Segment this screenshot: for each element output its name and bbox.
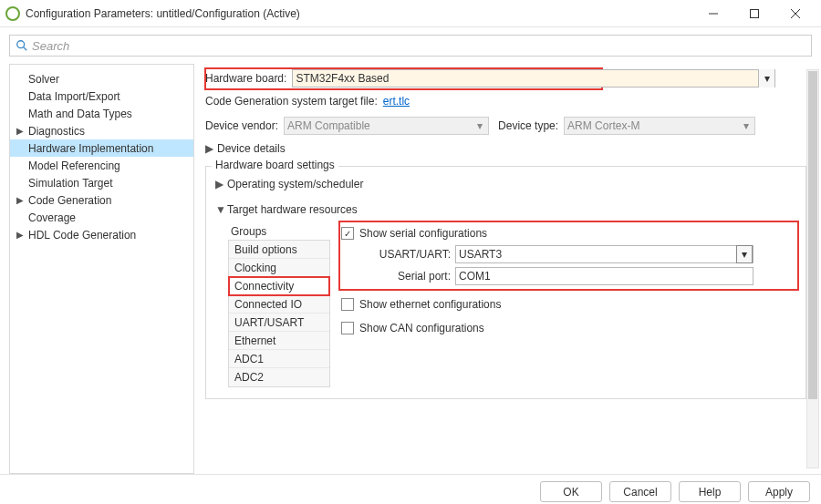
body: Solver Data Import/Export Math and Data … xyxy=(0,64,821,474)
group-item-connectivity[interactable]: Connectivity xyxy=(229,277,329,295)
footer: OK Cancel Help Apply xyxy=(0,474,821,504)
groups-panel: Groups Build options Clocking Connectivi… xyxy=(228,223,330,387)
window-title: Configuration Parameters: untitled/Confi… xyxy=(26,7,692,20)
close-button[interactable] xyxy=(774,1,816,26)
group-item-connected-io[interactable]: Connected IO xyxy=(229,295,329,314)
show-ethernet-checkbox[interactable] xyxy=(341,298,354,311)
sidebar-item-label: Simulation Target xyxy=(28,177,113,190)
chevron-down-icon: ▾ xyxy=(472,117,488,135)
vertical-scrollbar[interactable] xyxy=(806,69,819,468)
group-item-build-options[interactable]: Build options xyxy=(229,241,329,259)
sidebar-item-coverage[interactable]: Coverage xyxy=(10,209,193,226)
sidebar-item-code-generation[interactable]: ▶Code Generation xyxy=(10,191,193,209)
sidebar-item-math-data-types[interactable]: Math and Data Types xyxy=(10,105,193,122)
serial-port-row: Serial port: COM1 xyxy=(341,265,796,287)
cancel-label: Cancel xyxy=(623,486,657,499)
svg-rect-1 xyxy=(750,9,758,17)
scroll-thumb[interactable] xyxy=(808,71,817,399)
maximize-button[interactable] xyxy=(733,1,774,26)
search-box[interactable] xyxy=(9,35,812,57)
help-button[interactable]: Help xyxy=(679,481,741,502)
svg-point-4 xyxy=(17,41,25,48)
device-vendor-select: ARM Compatible ▾ xyxy=(284,117,489,135)
device-vendor-label: Device vendor: xyxy=(205,119,278,132)
group-item-ethernet[interactable]: Ethernet xyxy=(229,332,329,350)
chevron-right-icon: ▶ xyxy=(215,178,224,190)
chevron-down-icon: ▾ xyxy=(758,69,774,87)
show-ethernet-row: Show ethernet configurations xyxy=(341,294,796,314)
search-icon xyxy=(16,39,28,52)
chevron-right-icon: ▶ xyxy=(205,142,214,155)
hb-settings-legend: Hardware board settings xyxy=(212,159,338,171)
sidebar-item-label: Math and Data Types xyxy=(28,108,132,120)
sidebar-item-model-referencing[interactable]: Model Referencing xyxy=(10,157,193,174)
group-item-label: UART/USART xyxy=(234,316,304,329)
show-can-checkbox[interactable] xyxy=(341,322,354,334)
hardware-board-settings: Hardware board settings ▶ Operating syst… xyxy=(205,166,806,399)
chevron-down-icon: ▾ xyxy=(736,245,753,263)
sidebar: Solver Data Import/Export Math and Data … xyxy=(9,64,194,474)
sidebar-item-hdl-code-generation[interactable]: ▶HDL Code Generation xyxy=(10,226,193,243)
sidebar-item-label: Data Import/Export xyxy=(28,90,120,103)
chevron-down-icon: ▾ xyxy=(738,117,754,135)
sidebar-item-label: Diagnostics xyxy=(28,125,85,138)
group-item-adc2[interactable]: ADC2 xyxy=(229,368,329,386)
show-serial-row: Show serial configurations xyxy=(341,223,796,243)
target-hw-label: Target hardware resources xyxy=(227,203,358,216)
apply-label: Apply xyxy=(765,486,793,499)
groups-list: Build options Clocking Connectivity Conn… xyxy=(228,240,330,387)
group-detail-panel: Show serial configurations USART/UART: U… xyxy=(341,223,796,387)
usart-value: USART3 xyxy=(459,248,502,261)
code-gen-target-row: Code Generation system target file: ert.… xyxy=(205,95,806,108)
device-vendor-value: ARM Compatible xyxy=(287,119,370,132)
chevron-right-icon: ▶ xyxy=(16,230,24,240)
sidebar-item-label: Code Generation xyxy=(28,194,111,207)
group-item-uart-usart[interactable]: UART/USART xyxy=(229,314,329,332)
sidebar-item-data-import-export[interactable]: Data Import/Export xyxy=(10,87,193,105)
hardware-board-select[interactable]: STM32F4xx Based ▾ xyxy=(292,69,775,87)
minimize-button[interactable] xyxy=(692,1,733,26)
show-ethernet-label: Show ethernet configurations xyxy=(359,298,501,311)
titlebar: Configuration Parameters: untitled/Confi… xyxy=(0,0,821,27)
target-hw-body: Groups Build options Clocking Connectivi… xyxy=(215,223,796,387)
serial-port-input[interactable]: COM1 xyxy=(455,267,753,285)
sidebar-item-solver[interactable]: Solver xyxy=(10,70,193,87)
group-item-clocking[interactable]: Clocking xyxy=(229,259,329,277)
sidebar-item-diagnostics[interactable]: ▶Diagnostics xyxy=(10,122,193,139)
chevron-right-icon: ▶ xyxy=(16,195,24,205)
show-serial-label: Show serial configurations xyxy=(359,227,487,240)
serial-port-label: Serial port: xyxy=(359,270,451,283)
group-item-label: Clocking xyxy=(234,262,276,274)
usart-select[interactable]: USART3 ▾ xyxy=(455,245,753,263)
os-scheduler-label: Operating system/scheduler xyxy=(227,178,363,190)
device-vendor-type-row: Device vendor: ARM Compatible ▾ Device t… xyxy=(205,117,806,135)
sidebar-item-label: Hardware Implementation xyxy=(28,142,153,155)
group-item-label: ADC2 xyxy=(234,371,264,384)
svg-line-5 xyxy=(24,47,27,51)
show-serial-checkbox[interactable] xyxy=(341,227,354,240)
hardware-board-row: Hardware board: STM32F4xx Based ▾ xyxy=(205,69,806,87)
usart-row: USART/UART: USART3 ▾ xyxy=(341,243,796,265)
group-item-label: ADC1 xyxy=(234,353,264,365)
group-item-label: Connected IO xyxy=(234,298,302,311)
apply-button[interactable]: Apply xyxy=(748,481,810,502)
sidebar-item-label: Model Referencing xyxy=(28,159,120,172)
cancel-button[interactable]: Cancel xyxy=(609,481,671,502)
ok-label: OK xyxy=(563,486,578,499)
group-item-adc1[interactable]: ADC1 xyxy=(229,350,329,368)
main-panel: Hardware board: STM32F4xx Based ▾ Code G… xyxy=(194,64,821,474)
help-label: Help xyxy=(699,486,722,499)
code-gen-target-link[interactable]: ert.tlc xyxy=(383,95,410,108)
device-type-label: Device type: xyxy=(498,119,558,132)
target-hw-toggle[interactable]: ▼ Target hardware resources xyxy=(215,203,796,216)
show-can-label: Show CAN configurations xyxy=(359,322,484,334)
sidebar-item-hardware-implementation[interactable]: Hardware Implementation xyxy=(10,139,193,157)
group-item-label: Connectivity xyxy=(234,280,294,293)
sidebar-item-simulation-target[interactable]: Simulation Target xyxy=(10,174,193,191)
show-can-row: Show CAN configurations xyxy=(341,318,796,338)
search-input[interactable] xyxy=(32,39,805,53)
hardware-board-value: STM32F4xx Based xyxy=(296,72,389,85)
device-details-toggle[interactable]: ▶ Device details xyxy=(205,142,806,155)
os-scheduler-toggle[interactable]: ▶ Operating system/scheduler xyxy=(215,178,796,190)
ok-button[interactable]: OK xyxy=(540,481,602,502)
